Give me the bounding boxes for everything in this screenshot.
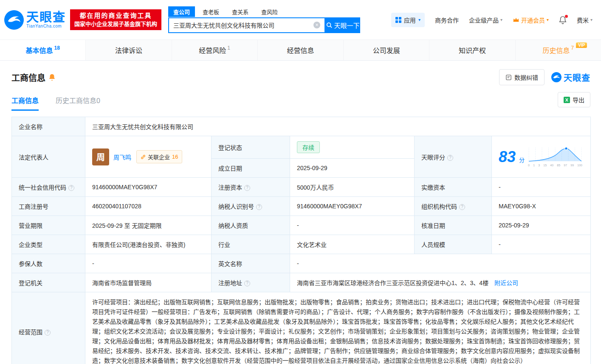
search-tab-relation[interactable]: 查关系 [227,6,254,17]
table-row: 统一社会信用代码? 91460000MAEY0G98X7 注册资本? 5000万… [12,178,591,197]
nearby-companies-link[interactable]: 附近公司 [494,280,518,286]
search-tab-boss[interactable]: 查老板 [198,6,224,17]
taxpayer-quality-label: 纳税人资质 [212,216,290,235]
taxpayer-id-value: 91460000MAEY0G98X7 [290,197,415,216]
table-row: 经营范围? 许可经营项目：演出经纪；出版物互联网销售；互联网信息服务；出版物批发… [12,292,591,364]
industry-value: 文化艺术业 [290,235,415,254]
nav-enterprise-products[interactable]: 企业级产品 ▾ [469,16,502,24]
reg-address-value: 海南省三亚市海棠区琼港经济合作三亚示范区投资促进中心1、2、3、4楼 [297,280,488,286]
english-name-label: 英文名称 [212,254,290,273]
nav-cooperation[interactable]: 商务合作 [435,16,459,24]
score-label: 天眼评分? [415,136,492,178]
logo-name: 天眼查 [26,11,66,24]
search-tabs: 查公司 查老板 查关系 查风险 [168,7,360,17]
search-box: × [168,17,325,33]
approval-date-label: 核准日期 [415,216,492,235]
slogan-banner: 都在用的商业查询工具 国家中小企业发展子基金旗下机构 [70,9,161,30]
tab-history-info[interactable]: 历史信息 7 VIP [516,40,601,60]
reg-status-label: 登记状态 [212,136,290,159]
legal-rep-name-link[interactable]: 周飞鸣 [113,153,131,161]
reg-number-label: 工商注册号 [12,197,85,216]
apps-label: 应用 [404,16,416,24]
company-nav-tabs: 基本信息 18 法律诉讼 经营风险 1 经营信息 公司发展 知识产权 历史信息 … [0,39,601,61]
search-button[interactable]: 天眼一下 [325,17,360,33]
slogan-line2: 国家中小企业发展子基金旗下机构 [74,20,157,28]
tianyancha-logo[interactable]: 天眼查 TianYanCha.com [4,10,66,30]
subtab-business-info[interactable]: 工商信息 [11,95,39,111]
excel-icon [564,97,570,103]
org-code-value: MAEY0G98-X [492,197,591,216]
help-icon[interactable]: ? [68,185,74,191]
table-row: 企业类型 有限责任公司(港澳台投资、非独资) 行业 文化艺术业 人员规模 - [12,235,591,254]
legal-rep-avatar[interactable]: 周 [92,148,109,165]
tab-intellectual-property[interactable]: 知识产权 [429,40,515,60]
reg-status-cell: 存续 [290,136,415,159]
apps-menu[interactable]: 应用 ▾ [391,13,425,27]
table-row: 营业期限 2025-09-29 至 无固定期限 纳税人资质 - 核准日期 202… [12,216,591,235]
related-companies-tag[interactable]: 关联企业 16 [136,150,182,163]
search-button-label: 天眼一下 [334,21,360,30]
taxpayer-id-label: 纳税人识别号? [212,197,290,216]
tab-company-development[interactable]: 公司发展 [344,40,429,60]
tab-basic-info[interactable]: 基本信息 18 [0,40,86,60]
credit-code-label: 统一社会信用代码? [12,178,85,197]
help-icon[interactable]: ? [45,330,51,336]
notifications-bell[interactable] [559,16,567,24]
table-row: 企业名称 三亚周大生无忧共创文化科技有限公司 [12,117,591,136]
sub-tabs: 工商信息 历史工商信息0 导出 [0,85,601,111]
user-menu[interactable]: 费米 ▾ [577,16,593,24]
staff-size-label: 人员规模 [415,235,492,254]
search-tab-risk[interactable]: 查风险 [256,6,283,17]
username: 费米 [577,16,589,24]
clear-search-icon[interactable]: × [313,22,320,28]
business-info-table: 企业名称 三亚周大生无忧共创文化科技有限公司 法定代表人 周 周飞鸣 关联企业 … [11,117,591,364]
tab-count: 7 [571,45,574,51]
taxpayer-quality-value: - [290,216,415,235]
company-type-label: 企业类型 [12,235,85,254]
org-code-label: 组织机构代码? [415,197,492,216]
english-name-value: - [290,254,591,273]
approval-date-value: 2025-09-29 [492,216,591,235]
insured-count-label: 参保人数 [12,254,85,273]
enterprise-label: 企业级产品 [469,16,499,24]
legal-rep-cell: 周 周飞鸣 关联企业 16 [85,136,212,178]
staff-size-value: - [492,235,591,254]
data-correction-button[interactable]: 数据纠错 [499,69,545,85]
logo-domain: TianYanCha.com [26,24,66,28]
apps-grid-icon [395,17,401,23]
tab-legal-litigation[interactable]: 法律诉讼 [86,40,172,60]
tianyancha-logo-icon [551,72,561,82]
paid-capital-value: - [492,178,591,197]
reg-capital-value: 5000万人民币 [290,178,415,197]
table-row: 参保人数 - 英文名称 - [12,254,591,273]
insured-count-value: - [85,254,212,273]
establish-date-value: 2025-09-29 [290,159,415,178]
reg-capital-label: 注册资本? [212,178,290,197]
help-icon[interactable]: ? [244,185,250,191]
subscribe-bell-icon[interactable] [48,73,56,81]
table-row: 工商注册号 460200401107028 纳税人识别号? 91460000MA… [12,197,591,216]
chevron-down-icon: ▾ [590,17,593,22]
company-name-value: 三亚周大生无忧共创文化科技有限公司 [85,117,591,136]
open-vip-link[interactable]: 开通会员 ▾ [513,16,549,24]
help-icon[interactable]: ? [256,204,262,210]
slogan-line1: 都在用的商业查询工具 [74,11,157,20]
reg-address-label: 注册地址? [212,273,290,292]
establish-date-label: 成立日期 [212,159,290,178]
reg-number-value: 460200401107028 [85,197,212,216]
export-button[interactable]: 导出 [558,92,590,107]
tab-count: 18 [54,45,59,51]
tab-business-info[interactable]: 经营信息 [258,40,344,60]
notification-dot [565,15,568,18]
search-tab-company[interactable]: 查公司 [168,6,195,17]
status-badge: 存续 [297,141,320,153]
tab-business-risk[interactable]: 经营风险 1 [172,40,258,60]
help-icon[interactable]: ? [447,155,453,161]
search-input[interactable] [173,22,313,28]
business-scope-label: 经营范围? [12,292,85,364]
help-icon[interactable]: ? [459,204,465,210]
link-chain-icon [141,154,146,160]
help-icon[interactable]: ? [244,280,250,286]
search-area: 查公司 查老板 查关系 查风险 × 天眼一下 [168,7,360,33]
subtab-history-business-info[interactable]: 历史工商信息0 [56,95,100,111]
